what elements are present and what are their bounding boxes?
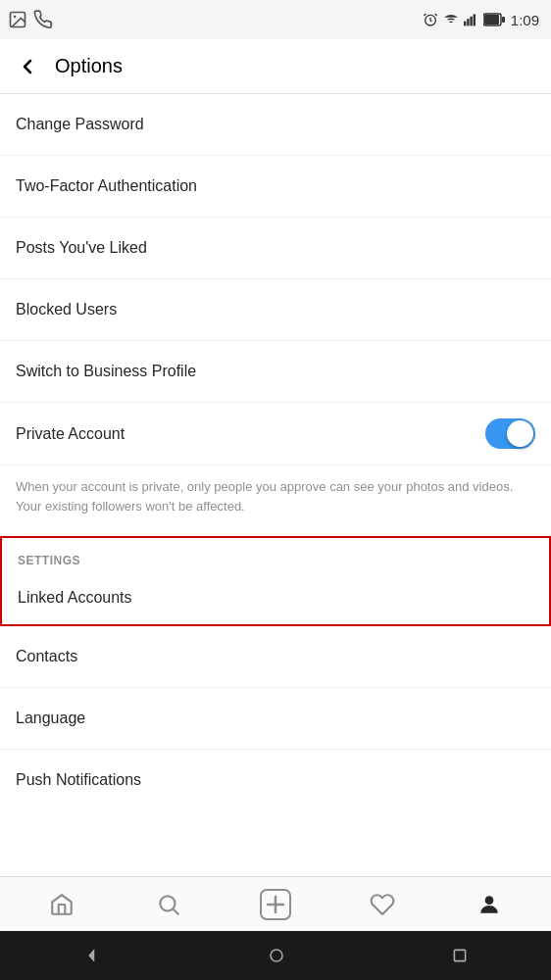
svg-rect-3 [464, 22, 466, 26]
svg-point-17 [271, 950, 282, 961]
svg-point-1 [14, 16, 16, 18]
nav-heart[interactable] [361, 883, 404, 926]
android-home[interactable] [268, 947, 285, 964]
svg-rect-18 [454, 950, 465, 960]
svg-rect-8 [484, 15, 499, 24]
back-button[interactable] [16, 55, 39, 78]
android-back[interactable] [83, 947, 101, 964]
svg-line-11 [174, 909, 178, 914]
signal-icon [464, 12, 479, 27]
menu-item-linked-accounts[interactable]: Linked Accounts [2, 575, 549, 624]
menu-item-language[interactable]: Language [0, 688, 551, 750]
wifi-icon [442, 12, 460, 27]
bottom-nav [0, 876, 551, 931]
menu-item-two-factor[interactable]: Two-Factor Authentication [0, 156, 551, 218]
menu-item-switch-business[interactable]: Switch to Business Profile [0, 341, 551, 403]
time-display: 1:09 [511, 12, 539, 28]
settings-section: SETTINGS Linked Accounts [0, 536, 551, 626]
toggle-knob [507, 420, 533, 447]
svg-rect-5 [470, 17, 472, 26]
status-bar-right: 1:09 [423, 12, 539, 28]
menu-item-posts-liked[interactable]: Posts You've Liked [0, 218, 551, 279]
menu-item-blocked-users[interactable]: Blocked Users [0, 279, 551, 341]
nav-home[interactable] [40, 883, 83, 926]
private-account-row: Private Account [0, 403, 551, 466]
settings-header: SETTINGS [2, 538, 549, 575]
page-title: Options [55, 55, 123, 77]
status-bar-left [8, 10, 53, 29]
private-account-label: Private Account [16, 425, 125, 443]
private-account-description: When your account is private, only peopl… [0, 466, 551, 536]
nav-profile[interactable] [468, 883, 511, 926]
content-area: Change Password Two-Factor Authenticatio… [0, 94, 551, 876]
alarm-icon [423, 12, 438, 27]
private-account-toggle[interactable] [485, 418, 535, 449]
svg-rect-9 [502, 17, 505, 23]
status-bar: 1:09 [0, 0, 551, 39]
image-icon [8, 10, 27, 29]
android-recent[interactable] [452, 948, 468, 963]
menu-item-push-notifications[interactable]: Push Notifications [0, 750, 551, 801]
android-nav [0, 931, 551, 980]
battery-icon [483, 13, 505, 26]
svg-point-15 [485, 896, 494, 905]
phone-icon [33, 10, 53, 29]
menu-item-change-password[interactable]: Change Password [0, 94, 551, 156]
svg-rect-6 [473, 14, 475, 25]
top-nav: Options [0, 39, 551, 94]
nav-add[interactable] [254, 883, 297, 926]
svg-point-10 [160, 896, 175, 910]
nav-search[interactable] [147, 883, 190, 926]
menu-item-contacts[interactable]: Contacts [0, 626, 551, 688]
svg-marker-16 [88, 949, 94, 962]
svg-rect-4 [467, 19, 469, 25]
